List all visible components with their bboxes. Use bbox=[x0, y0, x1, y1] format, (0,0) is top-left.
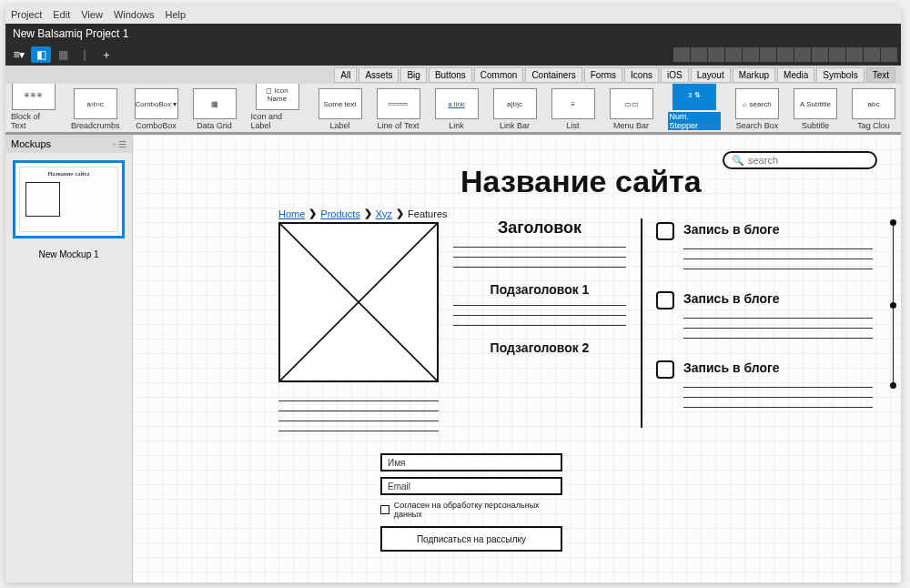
mockups-panel: Mockups ▫ ☰ Название сайта New Mockup 1 bbox=[5, 135, 133, 583]
menu-windows[interactable]: Windows bbox=[114, 9, 155, 20]
filter-ios[interactable]: iOS bbox=[661, 67, 689, 83]
blog-title: Запись в блоге bbox=[683, 360, 873, 375]
shelf-link[interactable]: a linkLink bbox=[435, 88, 479, 130]
canvas[interactable]: 🔍 search Название сайта Home❯ Products❯ … bbox=[133, 135, 901, 583]
image-placeholder[interactable] bbox=[278, 222, 439, 382]
shelf-data-grid[interactable]: ▦Data Grid bbox=[193, 88, 237, 130]
tool-icon[interactable] bbox=[760, 47, 776, 62]
tool-icon[interactable] bbox=[846, 47, 863, 62]
body-text bbox=[683, 379, 873, 413]
mockups-title: Mockups bbox=[11, 138, 51, 149]
vertical-divider bbox=[641, 218, 642, 428]
body-text[interactable] bbox=[453, 301, 626, 331]
filter-assets[interactable]: Assets bbox=[359, 67, 399, 83]
filter-markup[interactable]: Markup bbox=[733, 67, 775, 83]
tool-icon[interactable] bbox=[725, 47, 742, 62]
tool-icon[interactable] bbox=[708, 47, 724, 62]
blog-title: Запись в блоге bbox=[683, 222, 873, 237]
subheading-1[interactable]: Подзаголовок 1 bbox=[453, 282, 626, 297]
blog-entry[interactable]: Запись в блоге bbox=[656, 360, 873, 413]
menu-help[interactable]: Help bbox=[166, 9, 187, 20]
heading[interactable]: Заголовок bbox=[453, 218, 626, 238]
menu-edit[interactable]: Edit bbox=[53, 9, 70, 20]
filter-big[interactable]: Big bbox=[400, 67, 426, 83]
crumb-products[interactable]: Products bbox=[320, 208, 359, 219]
body-text[interactable] bbox=[453, 243, 626, 273]
shelf-label[interactable]: Some textLabel bbox=[318, 88, 362, 130]
menu-project[interactable]: Project bbox=[11, 9, 42, 20]
filter-all[interactable]: All bbox=[334, 67, 357, 83]
search-icon: 🔍 bbox=[732, 155, 744, 167]
filter-common[interactable]: Common bbox=[474, 67, 524, 83]
menu-view[interactable]: View bbox=[81, 9, 103, 20]
left-body-text[interactable] bbox=[278, 397, 439, 437]
filter-media[interactable]: Media bbox=[777, 67, 814, 83]
crumb-home[interactable]: Home bbox=[278, 208, 305, 219]
consent-label: Согласен на обработку персональных данны… bbox=[394, 501, 562, 519]
checkbox-icon[interactable] bbox=[656, 222, 674, 240]
blog-entry[interactable]: Запись в блоге bbox=[656, 291, 873, 344]
main-toolbar: ≡▾ ◧ ▦ | ＋ bbox=[5, 44, 901, 66]
breadcrumbs[interactable]: Home❯ Products❯ Xyz❯ Features bbox=[278, 208, 448, 219]
crumb-xyz[interactable]: Xyz bbox=[376, 208, 392, 219]
search-placeholder: search bbox=[748, 155, 778, 166]
selection-handle[interactable] bbox=[892, 222, 895, 386]
subheading-2[interactable]: Подзаголовок 2 bbox=[453, 340, 626, 355]
menu-icon[interactable]: ≡▾ bbox=[9, 46, 29, 63]
shelf-num-stepper[interactable]: 3 ⇅Num. Stepper bbox=[668, 84, 721, 130]
shelf-icon-label[interactable]: ◻ Icon NameIcon and Label bbox=[251, 84, 304, 130]
right-column: Запись в блоге Запись в блоге Запись в б… bbox=[656, 222, 873, 430]
crumb-current: Features bbox=[408, 208, 447, 219]
email-input[interactable]: Email bbox=[380, 477, 562, 495]
blog-title: Запись в блоге bbox=[683, 291, 873, 306]
toolbar-right bbox=[673, 47, 897, 62]
checkbox-icon[interactable] bbox=[380, 505, 389, 514]
tool-icon[interactable] bbox=[864, 47, 880, 62]
filter-text[interactable]: Text bbox=[866, 67, 895, 83]
redo-icon[interactable] bbox=[691, 47, 707, 62]
site-title[interactable]: Название сайта bbox=[460, 164, 702, 199]
view-split-icon[interactable]: ◧ bbox=[31, 46, 51, 63]
shelf-menu-bar[interactable]: ▭▭Menu Bar bbox=[610, 88, 653, 130]
submit-button[interactable]: Подписаться на рассылку bbox=[380, 526, 562, 552]
zoom-icon[interactable] bbox=[881, 47, 897, 62]
blog-entry[interactable]: Запись в блоге bbox=[656, 222, 873, 275]
shelf-subtitle[interactable]: A SubtitleSubtitle bbox=[794, 88, 837, 130]
tool-icon[interactable] bbox=[812, 47, 828, 62]
filter-icons[interactable]: Icons bbox=[624, 67, 659, 83]
checkbox-icon[interactable] bbox=[656, 291, 674, 309]
tool-icon[interactable] bbox=[829, 47, 845, 62]
undo-icon[interactable] bbox=[673, 47, 690, 62]
divider-icon: | bbox=[75, 46, 95, 63]
shelf-search-box[interactable]: ⌕ searchSearch Box bbox=[735, 88, 779, 130]
window-title: New Balsamiq Project 1 bbox=[5, 24, 901, 44]
tool-icon[interactable] bbox=[777, 47, 794, 62]
shelf-link-bar[interactable]: a|b|cLink Bar bbox=[493, 88, 537, 130]
shelf-breadcrumbs[interactable]: a›b›cBreadcrumbs bbox=[71, 88, 120, 130]
add-icon[interactable]: ＋ bbox=[96, 46, 116, 63]
filter-layout[interactable]: Layout bbox=[691, 67, 731, 83]
menubar: Project Edit View Windows Help bbox=[5, 5, 901, 24]
name-input[interactable]: Имя bbox=[380, 453, 562, 471]
search-box[interactable]: 🔍 search bbox=[723, 151, 877, 169]
filter-containers[interactable]: Containers bbox=[525, 67, 581, 83]
view-grid-icon[interactable]: ▦ bbox=[53, 46, 73, 63]
checkbox-icon[interactable] bbox=[656, 360, 674, 379]
mockups-header: Mockups ▫ ☰ bbox=[5, 135, 132, 153]
tool-icon[interactable] bbox=[743, 47, 759, 62]
shelf-list[interactable]: ≡List bbox=[551, 88, 595, 130]
filter-buttons[interactable]: Buttons bbox=[429, 67, 472, 83]
filter-bar: All Assets Big Buttons Common Containers… bbox=[5, 66, 901, 84]
shelf-tag-cloud[interactable]: abcTag Clou bbox=[852, 88, 895, 130]
consent-row[interactable]: Согласен на обработку персональных данны… bbox=[380, 501, 562, 519]
filter-symbols[interactable]: Symbols bbox=[816, 67, 864, 83]
mockup-thumb[interactable]: Название сайта bbox=[13, 160, 125, 238]
panel-icons[interactable]: ▫ ☰ bbox=[113, 139, 126, 149]
tool-icon[interactable] bbox=[794, 47, 811, 62]
subscribe-form: Имя Email Согласен на обработку персонал… bbox=[380, 453, 562, 552]
shelf-block-of-text[interactable]: ≋≋≋Block of Text bbox=[11, 84, 56, 130]
mockup-label[interactable]: New Mockup 1 bbox=[5, 246, 132, 261]
shelf-line-of-text[interactable]: ≈≈≈≈≈Line of Text bbox=[377, 88, 420, 130]
shelf-combobox[interactable]: ComboBox ▾ComboBox bbox=[135, 88, 178, 130]
filter-forms[interactable]: Forms bbox=[584, 67, 622, 83]
